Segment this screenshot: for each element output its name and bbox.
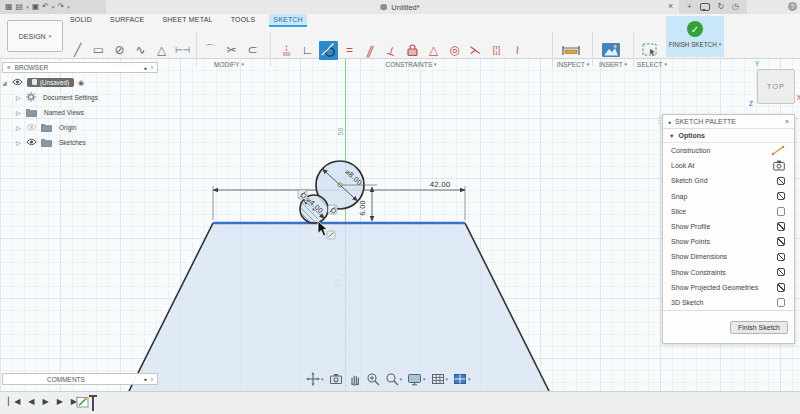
insert-image-icon[interactable] <box>601 41 620 60</box>
tab-solid[interactable]: SOLID <box>66 14 96 27</box>
comments-dot-icon[interactable]: ● <box>144 376 147 382</box>
circle-tool-icon[interactable]: ⊘ <box>110 41 129 60</box>
checkbox-unchecked-icon[interactable] <box>777 207 786 216</box>
slot-tool-icon[interactable]: ⊢⊣ <box>173 41 192 60</box>
polygon-tool-icon[interactable]: △ <box>152 41 171 60</box>
browser-panel-header[interactable]: « BROWSER ● › <box>2 62 158 73</box>
constraints-group-label[interactable]: CONSTRAINTS▾ <box>385 61 436 68</box>
select-tool-icon[interactable] <box>641 41 660 60</box>
rectangle-tool-icon[interactable]: ▭ <box>89 41 108 60</box>
palette-collapse-icon[interactable]: » <box>785 118 789 125</box>
browser-item-document-settings[interactable]: ▷Document Settings <box>2 90 172 105</box>
modify-group-label[interactable]: MODIFY▾ <box>214 61 244 68</box>
go-to-start-icon[interactable]: ▏◀ <box>8 397 20 406</box>
comments-expand-icon[interactable]: › <box>151 376 153 383</box>
root-document-badge[interactable]: (Unsaved) <box>27 78 74 88</box>
palette-item-show-dimensions[interactable]: Show Dimensions <box>663 249 794 264</box>
viewcube-face-label[interactable]: TOP <box>767 82 785 91</box>
profile-fill[interactable] <box>129 223 549 391</box>
checkbox-unchecked-icon[interactable] <box>777 298 786 307</box>
tangent-constraint-icon-active[interactable] <box>319 41 338 60</box>
palette-item-sketch-grid[interactable]: Sketch Grid <box>663 173 794 188</box>
expand-arrow-icon[interactable]: ▷ <box>16 124 22 131</box>
tangent-constraint-badge[interactable] <box>328 205 337 214</box>
step-forward-icon[interactable]: ▶ <box>57 397 63 406</box>
help-icon[interactable]: ? <box>788 2 797 11</box>
palette-options-section[interactable]: ▼ Options <box>663 129 794 143</box>
tab-sheet-metal[interactable]: SHEET METAL <box>158 14 216 27</box>
finish-sketch-button[interactable]: ✓ FINISH SKETCH▾ <box>666 16 724 57</box>
browser-item-named-views[interactable]: ▷Named Views <box>2 105 172 120</box>
step-back-icon[interactable]: ◀ <box>28 397 34 406</box>
orbit-caret-icon[interactable]: ▾ <box>321 377 324 382</box>
checkbox-checked-icon[interactable] <box>777 192 786 201</box>
measure-tool-icon[interactable] <box>561 41 580 60</box>
palette-item-3d-sketch[interactable]: 3D Sketch <box>663 295 794 310</box>
palette-item-show-profile[interactable]: Show Profile <box>663 219 794 234</box>
tangent-constraint-badge[interactable] <box>298 190 307 199</box>
comments-panel-header[interactable]: COMMENTS ● › <box>2 373 158 385</box>
checkbox-checked-icon[interactable] <box>777 237 786 246</box>
checkbox-checked-icon[interactable] <box>777 253 786 262</box>
horizontal-vertical-constraint-icon[interactable]: ∟ <box>298 41 317 60</box>
viewports-icon[interactable]: ▾ <box>453 372 471 386</box>
palette-item-show-points[interactable]: Show Points <box>663 234 794 249</box>
recent-icon[interactable]: ◷ <box>732 3 739 11</box>
browser-item-origin[interactable]: ▷Origin <box>2 120 172 135</box>
tab-sketch[interactable]: SKETCH <box>269 14 307 27</box>
expand-arrow-icon[interactable]: ▷ <box>16 94 22 101</box>
orbit-icon[interactable]: ▾ <box>306 372 324 386</box>
tab-close-icon[interactable]: × <box>668 1 673 11</box>
play-icon[interactable]: ▶ <box>42 397 48 406</box>
symmetry-constraint-icon[interactable]: [¦] <box>487 41 506 60</box>
palette-item-show-projected-geometries[interactable]: Show Projected Geometries <box>663 280 794 295</box>
display-settings-caret-icon[interactable]: ▾ <box>423 377 426 382</box>
sync-icon[interactable]: ↻ <box>717 3 724 11</box>
coincident-constraint-icon[interactable]: ⋋ <box>466 41 485 60</box>
checkbox-checked-icon[interactable] <box>777 177 786 186</box>
grid-snaps-icon[interactable]: ▾ <box>431 372 449 386</box>
sketch-dimension-icon[interactable]: ↕999 <box>277 41 296 60</box>
viewports-caret-icon[interactable]: ▾ <box>468 377 471 382</box>
palette-item-slice[interactable]: Slice <box>663 204 794 219</box>
perpendicular-constraint-icon[interactable]: ⟂ <box>380 38 404 62</box>
timeline-position-marker[interactable] <box>92 395 94 411</box>
palette-item-snap[interactable]: Snap <box>663 189 794 204</box>
eye-icon[interactable] <box>12 78 23 87</box>
spline-tool-icon[interactable]: ∿ <box>131 41 150 60</box>
grid-snaps-caret-icon[interactable]: ▾ <box>446 377 449 382</box>
checkbox-checked-icon[interactable] <box>777 283 786 292</box>
timeline-sketch-feature[interactable] <box>76 395 94 411</box>
browser-expand-icon[interactable]: › <box>151 64 153 71</box>
tab-surface[interactable]: SURFACE <box>106 14 148 27</box>
curvature-constraint-icon[interactable]: ≀ <box>508 41 527 60</box>
sketch-palette-header[interactable]: ● SKETCH PALETTE » <box>663 115 794 129</box>
zoom-icon[interactable] <box>366 372 380 386</box>
trim-tool-icon[interactable]: ✂ <box>222 41 241 60</box>
zoom-window-icon[interactable]: ▾ <box>385 372 403 386</box>
options-expand-icon[interactable]: ▼ <box>669 133 674 139</box>
inspect-group-label[interactable]: INSPECT▾ <box>557 61 590 68</box>
tab-tools[interactable]: TOOLS <box>227 14 260 27</box>
equal-constraint-icon[interactable]: = <box>340 41 359 60</box>
pan-icon[interactable] <box>348 372 361 386</box>
insert-group-label[interactable]: INSERT▾ <box>599 61 627 68</box>
midpoint-constraint-icon[interactable]: △ <box>424 41 443 60</box>
offset-tool-icon[interactable]: ⊂ <box>243 41 262 60</box>
browser-collapse-icon[interactable]: « <box>7 64 11 71</box>
design-workspace-button[interactable]: DESIGN ▾ <box>7 20 63 52</box>
construction-icon[interactable] <box>771 145 785 157</box>
palette-item-show-constraints[interactable]: Show Constraints <box>663 265 794 280</box>
checkbox-checked-icon[interactable] <box>777 222 786 231</box>
new-tab-icon[interactable]: + <box>687 3 692 11</box>
checkbox-checked-icon[interactable] <box>777 268 786 277</box>
concentric-constraint-icon[interactable]: ◎ <box>445 41 464 60</box>
browser-item-sketches[interactable]: ▷Sketches <box>2 135 172 150</box>
activate-radio-icon[interactable]: ◉ <box>78 79 84 87</box>
fix-constraint-icon[interactable] <box>403 41 422 60</box>
line-tool-icon[interactable]: ╱ <box>68 41 87 60</box>
look-at-icon[interactable] <box>329 372 343 386</box>
zoom-window-caret-icon[interactable]: ▾ <box>400 377 403 382</box>
finish-sketch-palette-button[interactable]: Finish Sketch <box>730 321 788 334</box>
expand-arrow-icon[interactable]: ▷ <box>16 109 22 116</box>
